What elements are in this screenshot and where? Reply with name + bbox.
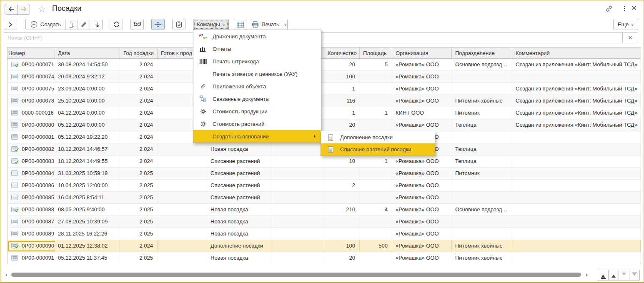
doc-posted-icon — [11, 146, 19, 153]
cell-comment: Создан из приложения «Кинт: Мобильный ТС… — [512, 107, 641, 119]
forward-button[interactable] — [17, 4, 30, 15]
search-clear-button[interactable]: ✕ — [622, 33, 638, 43]
go-first-button[interactable] — [598, 270, 609, 280]
scroll-right-icon[interactable] — [586, 273, 589, 277]
copy-button[interactable] — [66, 19, 78, 30]
table-row[interactable]: 0P00-00008516.04.2025 8:54:112 025Списан… — [8, 192, 641, 204]
column-header[interactable]: Количество — [324, 48, 360, 58]
doc-unposted-icon — [11, 134, 19, 140]
table-row[interactable]: 0P00-00007825.10.2024 0:00:002 024116«Ро… — [8, 95, 641, 107]
doc-icon — [326, 146, 335, 153]
table-row[interactable]: 0P00-00008005.12.2024 0:00:002 02420«Ром… — [8, 119, 641, 131]
list-settings-button[interactable] — [234, 19, 246, 30]
fit-width-button[interactable] — [151, 19, 165, 30]
submenu-item[interactable]: Списание растений посадки — [321, 143, 435, 155]
more-button[interactable]: Еще — [613, 19, 638, 30]
print-button[interactable]: Печать — [251, 19, 288, 30]
cell-number: 0P00-000086 — [8, 180, 55, 191]
column-header[interactable]: Подразделение — [452, 48, 512, 58]
page-up-button[interactable] — [608, 270, 619, 280]
commands-button[interactable]: Команды — [193, 19, 229, 30]
table-row[interactable]: 0P00-00009105.12.2025 11:37:452 025Новая… — [8, 252, 641, 264]
column-header[interactable]: Дата — [55, 48, 120, 58]
cell-ready — [158, 252, 207, 264]
back-button[interactable] — [5, 4, 18, 15]
cell-comment — [512, 204, 641, 215]
column-header[interactable]: Организация — [392, 48, 452, 58]
column-header[interactable]: Номер — [8, 48, 55, 58]
cell-org: «Ромашка» ООО — [392, 252, 452, 264]
set-period-button[interactable] — [130, 19, 144, 30]
cell-ready — [158, 180, 207, 191]
cell-comment — [512, 216, 641, 228]
close-icon[interactable]: ✕ — [631, 4, 637, 13]
doc-unposted-icon — [11, 98, 19, 104]
cell-area: 5 — [360, 59, 392, 70]
cell-number: 0P00-000074 — [8, 71, 55, 83]
cell-year: 2 025 — [120, 192, 158, 203]
menu-item-label: Печать этикеток и ценников (УАУ) — [213, 71, 298, 77]
table-row[interactable]: 0P00-00008808.05.2025 9:40:002 025Новая … — [8, 204, 641, 216]
doc-unposted-icon — [11, 255, 19, 261]
create-button[interactable]: Создать — [26, 19, 66, 30]
menu-item[interactable]: Печать штрихкода — [193, 55, 321, 68]
scroll-left-icon[interactable] — [4, 273, 7, 277]
menu-item-label: Приложения объекта — [213, 83, 266, 90]
cell-qty — [324, 228, 360, 240]
table-row[interactable]: 0000-00001604.12.2024 0:00:002 02411КИНТ… — [8, 107, 641, 119]
table-row[interactable]: 0P00-00007130.08.2024 14:54:502 024205«Р… — [8, 59, 641, 71]
cell-date: 30.08.2024 14:54:50 — [55, 59, 120, 70]
cell-org: КИНТ ООО — [392, 107, 452, 119]
menu-item[interactable]: Печать этикеток и ценников (УАУ) — [193, 68, 321, 80]
link-icon[interactable] — [605, 5, 613, 14]
post-document-button[interactable] — [172, 19, 185, 30]
submenu-item[interactable]: Дополнение посадки — [321, 131, 435, 143]
cell-date: 04.12.2024 0:00:00 — [55, 107, 120, 119]
printer-icon — [252, 21, 259, 28]
cell-date: 01.12.2025 12:38:02 — [55, 240, 120, 252]
cell-org: «Ромашка» ООО — [392, 71, 452, 83]
document-number: 0P00-000081 — [22, 131, 54, 143]
menu-item[interactable]: Приложения объекта — [193, 80, 321, 93]
menu-item[interactable]: Стоимость растений — [193, 118, 321, 130]
cell-area — [360, 71, 392, 83]
cell-comment — [512, 192, 641, 203]
menu-item[interactable]: Стоимость продукции — [193, 105, 321, 118]
document-number: 0P00-000091 — [22, 252, 54, 264]
edit-button[interactable] — [78, 19, 90, 30]
refresh-button[interactable] — [110, 19, 123, 30]
cell-date: 18.12.2024 14:46:57 — [55, 143, 120, 155]
favorite-star-icon[interactable]: ☆ — [38, 4, 46, 15]
delete-button[interactable] — [90, 19, 102, 30]
menu-item[interactable]: Создать на основании — [193, 130, 321, 143]
cell-year: 2 024 — [120, 119, 158, 131]
table-row[interactable]: 0P00-00009001.12.2025 12:38:022 024Допол… — [8, 240, 641, 252]
cell-dept: Теплица — [452, 143, 512, 155]
menu-item[interactable]: Отчеты — [193, 43, 321, 55]
cell-area: 1 — [360, 107, 392, 119]
kebab-menu-icon[interactable] — [622, 5, 627, 12]
cell-org: «Ромашка» ООО — [392, 168, 452, 179]
menu-item[interactable]: Связанные документы — [193, 93, 321, 105]
table-row[interactable]: 0P00-00008318.12.2024 14:49:552 024Списа… — [8, 155, 641, 168]
expand-panel-button[interactable] — [4, 19, 17, 30]
table-row[interactable]: 0P00-00008431.03.2025 10:59:192 025Списа… — [8, 168, 641, 180]
column-header[interactable]: Комментарий — [512, 48, 641, 58]
table-row[interactable]: 0P00-00008610.04.2025 12:00:002 025Списа… — [8, 180, 641, 192]
document-number: 0P00-000088 — [22, 204, 54, 215]
table-row[interactable]: 0P00-00007523.09.2024 0:00:002 0241«Рома… — [8, 83, 641, 95]
doc-icon — [326, 134, 335, 141]
cell-number: 0P00-000088 — [8, 204, 55, 215]
page-down-button[interactable] — [619, 270, 629, 280]
horizontal-scrollbar-thumb[interactable] — [11, 273, 581, 277]
chevron-down-icon — [223, 25, 225, 27]
go-last-button[interactable] — [629, 270, 640, 280]
table-row[interactable]: 0P00-00008727.08.2025 10:39:092 025Новая… — [8, 216, 641, 228]
table-row[interactable]: 0P00-00007420.09.2024 9:32:122 024100«Ро… — [8, 71, 641, 83]
menu-item[interactable]: ДтКтДвижения документа — [193, 30, 321, 43]
column-header[interactable]: Площадь — [360, 48, 392, 58]
column-header[interactable]: Год посадки — [120, 48, 158, 58]
cell-operation: Новая посадка — [207, 143, 271, 155]
table-row[interactable]: 0P00-00008928.11.2025 16:22:262 025Новая… — [8, 228, 641, 240]
cell-qty: 116 — [324, 95, 360, 107]
